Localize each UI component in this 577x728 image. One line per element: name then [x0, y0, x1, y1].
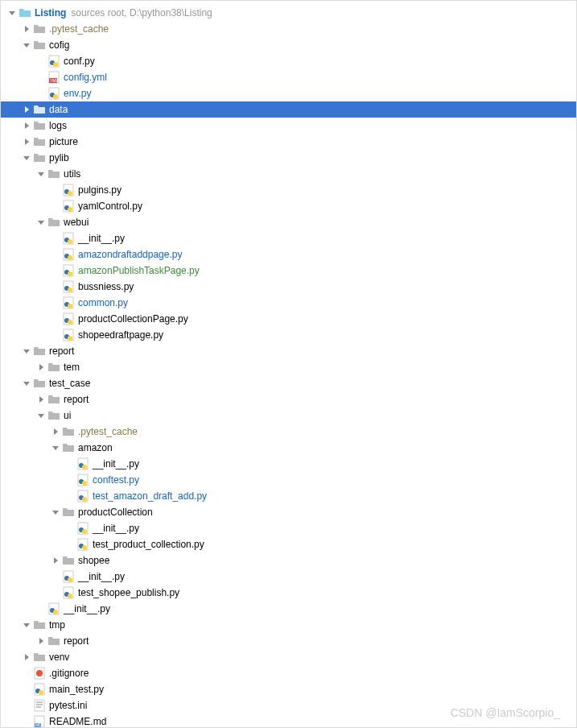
tree-item-label: cofig [49, 39, 69, 51]
folder-icon [47, 393, 60, 406]
tree-row[interactable]: conf.py [1, 53, 576, 69]
tree-row[interactable]: pulgins.py [1, 182, 576, 198]
svg-point-14 [68, 207, 72, 212]
chevron-down-icon[interactable] [22, 40, 31, 50]
tree-item-label: conftest.py [93, 474, 139, 486]
tree-row[interactable]: __init__.py [1, 520, 576, 536]
project-tree[interactable]: Listingsources root, D:\python38\Listing… [1, 1, 576, 728]
tree-row[interactable]: test_product_collection.py [1, 536, 576, 552]
tree-row[interactable]: productCollectionPage.py [1, 311, 576, 327]
tree-row[interactable]: test_amazon_draft_add.py [1, 488, 576, 504]
tree-row[interactable]: bussniess.py [1, 279, 576, 295]
chevron-right-icon[interactable] [22, 121, 31, 130]
tree-row[interactable]: Listingsources root, D:\python38\Listing [1, 5, 576, 21]
chevron-right-icon[interactable] [36, 395, 46, 404]
chevron-right-icon[interactable] [22, 105, 31, 114]
tree-row[interactable]: ui [1, 407, 576, 424]
tree-item-label: __init__.py [93, 523, 139, 534]
chevron-down-icon[interactable] [7, 8, 17, 18]
chevron-down-icon[interactable] [36, 411, 46, 420]
tree-row[interactable]: .pytest_cache [1, 424, 576, 440]
chevron-right-icon[interactable] [51, 427, 60, 436]
svg-point-32 [68, 320, 72, 325]
tree-row[interactable]: amazon [1, 440, 576, 456]
python-file-icon [62, 200, 75, 213]
python-file-icon [47, 87, 60, 100]
svg-point-20 [68, 255, 72, 260]
chevron-down-icon[interactable] [22, 378, 31, 388]
tree-row[interactable]: env.py [1, 85, 576, 101]
tree-row[interactable]: report [1, 633, 576, 649]
tree-row[interactable]: webui [1, 214, 576, 230]
arrow-placeholder [36, 89, 46, 98]
folder-icon [33, 39, 46, 52]
tree-row[interactable]: shopee [1, 552, 576, 569]
tree-row[interactable]: test_case [1, 375, 576, 391]
tree-row[interactable]: amazonPublishTaskPage.py [1, 263, 576, 279]
arrow-placeholder [51, 572, 60, 581]
chevron-down-icon[interactable] [22, 620, 31, 630]
python-file-icon [62, 184, 75, 196]
tree-row[interactable]: common.py [1, 295, 576, 311]
tree-row[interactable]: utils [1, 166, 576, 182]
folder-icon [47, 361, 60, 374]
chevron-right-icon[interactable] [22, 652, 31, 662]
tree-row[interactable]: pylib [1, 150, 576, 166]
folder-icon [47, 635, 60, 647]
tree-row[interactable]: tmp [1, 617, 576, 633]
tree-item-label: env.py [64, 88, 91, 99]
tree-row[interactable]: YMLconfig.yml [1, 69, 576, 85]
chevron-right-icon[interactable] [22, 137, 31, 147]
tree-row[interactable]: tem [1, 359, 576, 375]
chevron-down-icon[interactable] [36, 169, 46, 179]
chevron-down-icon[interactable] [22, 153, 31, 163]
tree-item-label: amazon [78, 442, 113, 453]
tree-row[interactable]: test_shopee_publish.py [1, 585, 576, 601]
svg-point-61 [36, 670, 43, 676]
tree-row[interactable]: data [1, 101, 576, 118]
tree-row[interactable]: logs [1, 118, 576, 134]
tree-row[interactable]: __init__.py [1, 601, 576, 617]
tree-row[interactable]: __init__.py [1, 230, 576, 246]
chevron-right-icon[interactable] [51, 556, 60, 565]
tree-item-label: amazondraftaddpage.py [78, 249, 182, 260]
tree-item-label: main_test.py [49, 684, 104, 695]
tree-row[interactable]: shopeedraftpage.py [1, 327, 576, 343]
tree-row[interactable]: cofig [1, 37, 576, 53]
tree-item-label: productCollection [78, 507, 153, 518]
tree-item-label: test_case [49, 378, 90, 389]
chevron-down-icon[interactable] [51, 443, 60, 453]
watermark: CSDN @IamScorpio_ [451, 706, 560, 719]
gitignore-file-icon [33, 667, 46, 680]
python-file-icon [76, 538, 89, 551]
python-file-icon [62, 570, 75, 583]
tree-item-label: productCollectionPage.py [78, 313, 188, 325]
tree-row[interactable]: __init__.py [1, 456, 576, 472]
tree-row[interactable]: report [1, 343, 576, 359]
python-file-icon [62, 232, 75, 245]
tree-row[interactable]: main_test.py [1, 681, 576, 697]
tree-row[interactable]: picture [1, 134, 576, 150]
chevron-down-icon[interactable] [51, 507, 60, 517]
tree-row[interactable]: report [1, 391, 576, 407]
chevron-right-icon[interactable] [36, 636, 46, 646]
folder-icon [33, 135, 46, 148]
arrow-placeholder [22, 668, 31, 678]
tree-row[interactable]: conftest.py [1, 472, 576, 488]
chevron-right-icon[interactable] [22, 24, 31, 34]
tree-row[interactable]: yamlControl.py [1, 198, 576, 214]
tree-row[interactable]: .pytest_cache [1, 21, 576, 37]
tree-row[interactable]: productCollection [1, 504, 576, 520]
tree-row[interactable]: __init__.py [1, 569, 576, 585]
tree-row[interactable]: amazondraftaddpage.py [1, 246, 576, 263]
python-file-icon [47, 55, 60, 68]
tree-row[interactable]: venv [1, 649, 576, 665]
python-file-icon [76, 490, 89, 503]
chevron-down-icon[interactable] [22, 346, 31, 356]
folder-icon [19, 6, 31, 19]
chevron-right-icon[interactable] [36, 362, 46, 372]
svg-point-38 [82, 465, 87, 469]
tree-row[interactable]: .gitignore [1, 665, 576, 681]
tree-item-label: .pytest_cache [49, 23, 109, 35]
chevron-down-icon[interactable] [36, 217, 46, 227]
